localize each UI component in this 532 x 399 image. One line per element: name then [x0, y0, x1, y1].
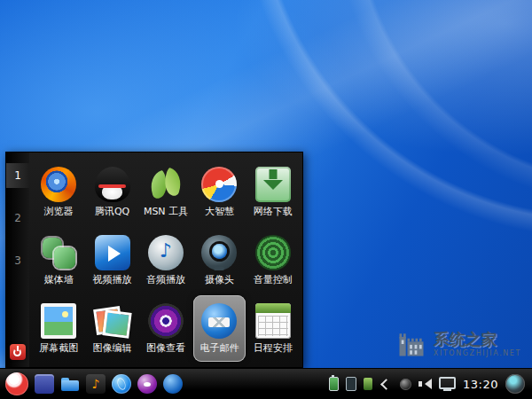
menu-item-label: 媒体墙	[44, 275, 74, 285]
image-editor-icon	[95, 303, 130, 339]
speaker-icon[interactable]	[419, 378, 432, 390]
menu-item-screenshot[interactable]: 屏幕截图	[33, 295, 84, 362]
screenshot-icon	[41, 303, 76, 339]
menu-item-label: 网络下载	[254, 207, 293, 216]
dazhihui-icon	[201, 167, 237, 202]
menu-item-label: 浏览器	[44, 207, 74, 216]
show-desktop-button[interactable]	[505, 374, 525, 394]
webcam-icon	[201, 235, 237, 270]
menu-item-label: 电子邮件	[200, 343, 239, 353]
chat-icon[interactable]	[137, 374, 157, 394]
menu-item-image-editor[interactable]: 图像编辑	[86, 295, 137, 362]
menu-item-audio-player[interactable]: 音频播放	[140, 226, 192, 293]
menu-app-grid: 浏览器 腾讯QQ MSN 工具 大智慧 网络下载 媒体墙	[29, 153, 302, 367]
mediawall-icon	[41, 235, 76, 270]
menu-item-label: 视频播放	[93, 275, 132, 285]
menu-item-label: 腾讯QQ	[95, 207, 129, 216]
menu-item-label: 摄像头	[205, 275, 234, 285]
menu-item-label: 日程安排	[254, 343, 293, 353]
menu-item-dazhihui[interactable]: 大智慧	[193, 158, 245, 224]
menu-item-email[interactable]: 电子邮件	[193, 295, 245, 362]
menu-item-label: 大智慧	[205, 207, 234, 216]
battery-icon[interactable]	[329, 377, 339, 391]
power-button[interactable]	[10, 344, 26, 360]
firefox-icon	[41, 167, 76, 202]
power-adapter-icon[interactable]	[364, 378, 372, 390]
menu-item-download[interactable]: 网络下载	[247, 158, 299, 224]
castle-logo-icon	[395, 328, 427, 360]
record-icon[interactable]	[400, 379, 411, 390]
menu-item-label: 音量控制	[254, 275, 293, 285]
menu-item-image-viewer[interactable]: 图像查看	[140, 295, 192, 362]
menu-item-label: 图像编辑	[93, 343, 132, 353]
menu-item-label: 音频播放	[146, 275, 185, 285]
menu-item-schedule[interactable]: 日程安排	[247, 295, 299, 362]
image-viewer-icon	[148, 303, 184, 339]
menu-item-msn[interactable]: MSN 工具	[140, 158, 192, 224]
watermark-text: 系统之家 XITONGZHIJIA.NET	[434, 331, 521, 358]
menu-item-label: MSN 工具	[144, 207, 188, 216]
menu-page-3[interactable]: 3	[6, 248, 29, 273]
display-icon[interactable]	[439, 377, 456, 389]
download-icon	[255, 167, 291, 202]
menu-page-1[interactable]: 1	[6, 163, 29, 188]
volume-icon	[255, 235, 291, 270]
system-tray: 13:20	[329, 374, 527, 394]
video-player-icon	[95, 235, 130, 270]
folder-icon[interactable]	[60, 374, 80, 394]
calendar-icon	[255, 303, 291, 339]
file-manager-icon[interactable]	[35, 374, 54, 394]
menu-page-2[interactable]: 2	[6, 206, 29, 231]
menu-item-qq[interactable]: 腾讯QQ	[86, 158, 137, 224]
msn-icon	[148, 167, 184, 202]
menu-item-mediawall[interactable]: 媒体墙	[33, 226, 84, 293]
menu-item-volume-control[interactable]: 音量控制	[247, 226, 299, 293]
taskbar: 13:20	[0, 368, 532, 399]
menu-page-sidebar: 1 2 3	[6, 153, 29, 367]
screen: 系统之家 XITONGZHIJIA.NET 1 2 3 浏览器 腾讯QQ MSN…	[0, 0, 532, 399]
browser-icon[interactable]	[112, 374, 131, 394]
device-icon[interactable]	[346, 377, 356, 391]
menu-item-webcam[interactable]: 摄像头	[193, 226, 245, 293]
taskbar-apps	[35, 374, 183, 394]
tray-collapse-icon[interactable]	[380, 379, 392, 390]
menu-item-browser[interactable]: 浏览器	[33, 158, 84, 224]
watermark-title: 系统之家	[434, 331, 521, 348]
thunderbird-icon	[201, 303, 237, 339]
watermark-subtitle: XITONGZHIJIA.NET	[434, 349, 521, 357]
menu-item-video-player[interactable]: 视频播放	[86, 226, 137, 293]
clock[interactable]: 13:20	[463, 378, 498, 391]
app-launcher-menu: 1 2 3 浏览器 腾讯QQ MSN 工具 大智慧	[5, 152, 303, 368]
qq-icon	[95, 167, 130, 202]
messenger-icon[interactable]	[163, 374, 183, 394]
watermark: 系统之家 XITONGZHIJIA.NET	[395, 328, 521, 360]
menu-item-label: 屏幕截图	[39, 343, 78, 353]
start-button[interactable]	[5, 372, 28, 395]
menu-item-label: 图像查看	[146, 343, 185, 353]
audio-player-icon	[148, 235, 184, 270]
music-player-icon[interactable]	[86, 374, 106, 394]
